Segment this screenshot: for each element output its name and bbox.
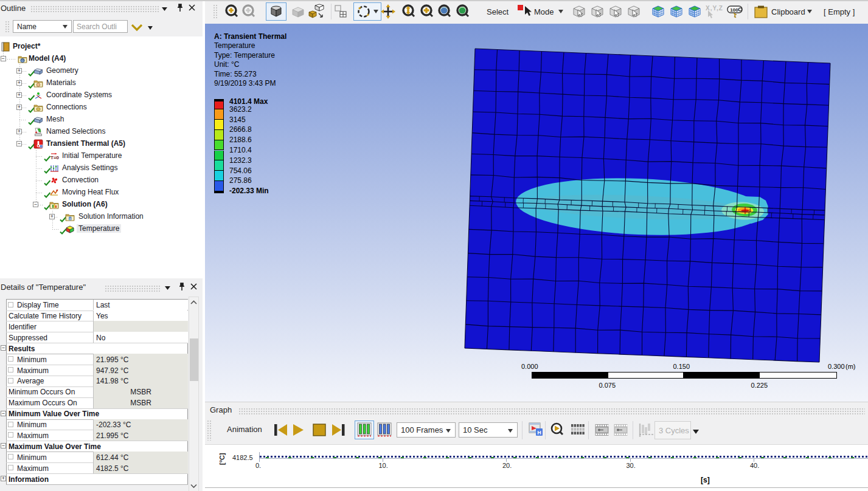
svg-text:T=0: T=0 xyxy=(50,155,59,160)
svg-text:L: L xyxy=(41,145,42,148)
svg-text:100: 100 xyxy=(730,7,738,13)
svg-text:H: H xyxy=(537,430,541,436)
